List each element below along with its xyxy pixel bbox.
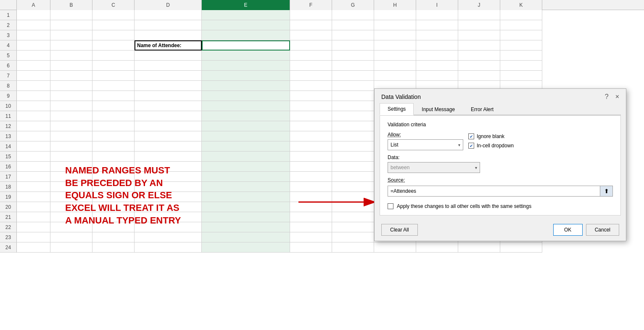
apply-checkbox[interactable] — [388, 203, 393, 209]
cancel-button[interactable]: Cancel — [586, 224, 619, 236]
tab-settings[interactable]: Settings — [380, 103, 414, 115]
cell-12-f[interactable] — [290, 121, 332, 131]
cell-9-f[interactable] — [290, 91, 332, 101]
cell-9-g[interactable] — [332, 91, 374, 101]
cell-17-a[interactable] — [17, 172, 50, 182]
cell-3-k[interactable] — [500, 30, 542, 40]
cell-7-b[interactable] — [50, 71, 92, 81]
cell-16-a[interactable] — [17, 162, 50, 172]
cell-7-g[interactable] — [332, 71, 374, 81]
cell-14-a[interactable] — [17, 141, 50, 152]
cell-13-c[interactable] — [92, 131, 135, 141]
cell-4-j[interactable] — [458, 40, 500, 51]
cell-6-d[interactable] — [135, 61, 202, 71]
cell-7-e[interactable] — [202, 71, 290, 81]
cell-3-b[interactable] — [50, 30, 92, 40]
cell-15-g[interactable] — [332, 152, 374, 162]
cell-1-h[interactable] — [374, 10, 416, 20]
cell-14-e[interactable] — [202, 141, 290, 152]
cell-19-a[interactable] — [17, 192, 50, 202]
cell-11-g[interactable] — [332, 111, 374, 121]
cell-24-f[interactable] — [290, 242, 332, 253]
cell-20-a[interactable] — [17, 202, 50, 212]
cell-3-i[interactable] — [416, 30, 458, 40]
cell-24-h[interactable] — [374, 242, 416, 253]
cell-5-b[interactable] — [50, 51, 92, 61]
col-header-b[interactable]: B — [50, 0, 92, 10]
cell-24-i[interactable] — [416, 242, 458, 253]
cell-4-k[interactable] — [500, 40, 542, 51]
data-select[interactable]: between ▾ — [388, 162, 480, 173]
cell-7-h[interactable] — [374, 71, 416, 81]
cell-6-a[interactable] — [17, 61, 50, 71]
cell-6-g[interactable] — [332, 61, 374, 71]
dialog-close-button[interactable]: × — [614, 92, 621, 101]
cell-5-a[interactable] — [17, 51, 50, 61]
cell-4-b[interactable] — [50, 40, 92, 51]
cell-3-h[interactable] — [374, 30, 416, 40]
cell-6-c[interactable] — [92, 61, 135, 71]
cell-24-j[interactable] — [458, 242, 500, 253]
cell-18-a[interactable] — [17, 182, 50, 192]
cell-6-j[interactable] — [458, 61, 500, 71]
cell-1-d[interactable] — [135, 10, 202, 20]
cell-2-g[interactable] — [332, 20, 374, 30]
cell-8-c[interactable] — [92, 81, 135, 91]
cell-10-a[interactable] — [17, 101, 50, 111]
cell-6-h[interactable] — [374, 61, 416, 71]
cell-3-f[interactable] — [290, 30, 332, 40]
cell-23-b[interactable] — [50, 232, 92, 242]
cell-9-e[interactable] — [202, 91, 290, 101]
cell-1-i[interactable] — [416, 10, 458, 20]
cell-23-e[interactable] — [202, 232, 290, 242]
cell-6-k[interactable] — [500, 61, 542, 71]
col-header-i[interactable]: I — [416, 0, 458, 10]
cell-7-j[interactable] — [458, 71, 500, 81]
cell-24-g[interactable] — [332, 242, 374, 253]
cell-4-a[interactable] — [17, 40, 50, 51]
cell-15-d[interactable] — [135, 152, 202, 162]
cell-11-a[interactable] — [17, 111, 50, 121]
cell-1-e[interactable] — [202, 10, 290, 20]
cell-23-d[interactable] — [135, 232, 202, 242]
col-header-h[interactable]: H — [374, 0, 416, 10]
cell-8-g[interactable] — [332, 81, 374, 91]
cell-5-h[interactable] — [374, 51, 416, 61]
cell-5-k[interactable] — [500, 51, 542, 61]
cell-10-f[interactable] — [290, 101, 332, 111]
ignore-blank-checkbox[interactable]: ✔ — [468, 133, 474, 139]
cell-9-d[interactable] — [135, 91, 202, 101]
cell-2-c[interactable] — [92, 20, 135, 30]
cell-13-d[interactable] — [135, 131, 202, 141]
cell-5-f[interactable] — [290, 51, 332, 61]
cell-2-i[interactable] — [416, 20, 458, 30]
cell-14-b[interactable] — [50, 141, 92, 152]
cell-11-f[interactable] — [290, 111, 332, 121]
tab-error-alert[interactable]: Error Alert — [463, 103, 501, 115]
cell-13-a[interactable] — [17, 131, 50, 141]
cell-6-f[interactable] — [290, 61, 332, 71]
cell-1-c[interactable] — [92, 10, 135, 20]
cell-15-a[interactable] — [17, 152, 50, 162]
cell-10-d[interactable] — [135, 101, 202, 111]
cell-1-j[interactable] — [458, 10, 500, 20]
cell-12-g[interactable] — [332, 121, 374, 131]
cell-13-f[interactable] — [290, 131, 332, 141]
cell-17-g[interactable] — [332, 172, 374, 182]
cell-9-c[interactable] — [92, 91, 135, 101]
cell-21-a[interactable] — [17, 212, 50, 222]
tab-input-message[interactable]: Input Message — [414, 103, 463, 115]
cell-2-h[interactable] — [374, 20, 416, 30]
cell-24-a[interactable] — [17, 242, 50, 253]
cell-8-f[interactable] — [290, 81, 332, 91]
cell-2-f[interactable] — [290, 20, 332, 30]
col-header-j[interactable]: J — [458, 0, 500, 10]
cell-10-e[interactable] — [202, 101, 290, 111]
cell-5-d[interactable] — [135, 51, 202, 61]
cell-3-c[interactable] — [92, 30, 135, 40]
cell-13-e[interactable] — [202, 131, 290, 141]
cell-5-g[interactable] — [332, 51, 374, 61]
allow-select[interactable]: List ▾ — [388, 139, 463, 150]
cell-9-b[interactable] — [50, 91, 92, 101]
cell-5-i[interactable] — [416, 51, 458, 61]
